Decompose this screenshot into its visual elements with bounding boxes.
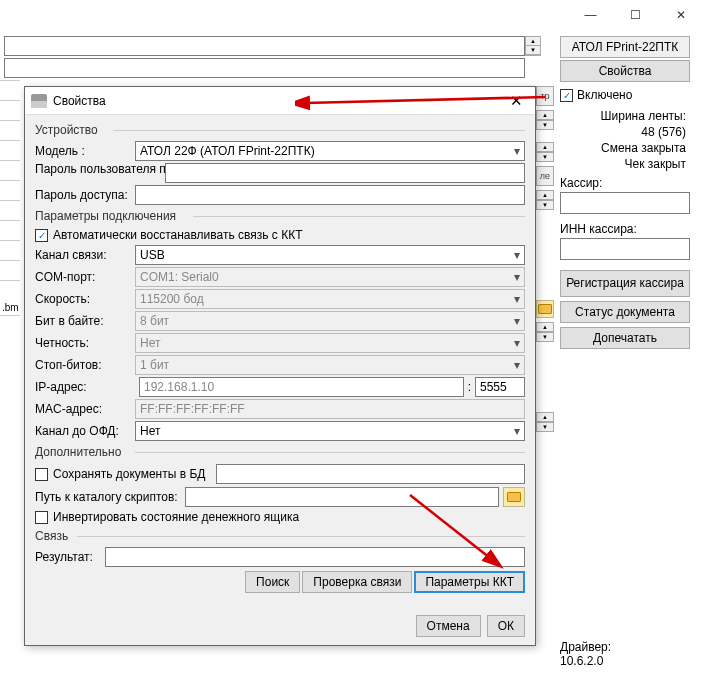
dialog-close-button[interactable]: ✕ — [504, 90, 529, 112]
enabled-label: Включено — [577, 88, 632, 102]
scripts-path-input[interactable] — [185, 487, 499, 507]
check-connection-button[interactable]: Проверка связи — [302, 571, 412, 593]
mac-input: FF:FF:FF:FF:FF:FF — [135, 399, 525, 419]
ofd-channel-select[interactable]: Нет — [135, 421, 525, 441]
cancel-button[interactable]: Отмена — [416, 615, 481, 637]
reprint-button[interactable]: Допечатать — [560, 327, 690, 349]
cashier-input[interactable] — [560, 192, 690, 214]
browse-folder-button[interactable] — [503, 487, 525, 507]
parity-select: Нет — [135, 333, 525, 353]
stopbits-label: Стоп-битов: — [35, 358, 135, 372]
tape-width-label: Ширина ленты: — [560, 108, 690, 124]
device-title: АТОЛ FPrint-22ПТК — [560, 36, 690, 58]
channel-select[interactable]: USB — [135, 245, 525, 265]
connection-group: Параметры подключения — [35, 207, 525, 225]
kkt-params-button[interactable]: Параметры ККТ — [414, 571, 525, 593]
mac-label: MAC-адрес: — [35, 402, 135, 416]
search-button[interactable]: Поиск — [245, 571, 300, 593]
properties-button[interactable]: Свойства — [560, 60, 690, 82]
window-close-button[interactable]: ✕ — [658, 0, 703, 30]
channel-label: Канал связи: — [35, 248, 135, 262]
doc-status-button[interactable]: Статус документа — [560, 301, 690, 323]
result-label: Результат: — [35, 550, 105, 564]
parity-label: Четность: — [35, 336, 135, 350]
printer-icon — [31, 94, 47, 108]
driver-label: Драйвер: — [560, 640, 611, 654]
side-spinner-2[interactable]: ▲▼ — [536, 142, 554, 162]
invert-drawer-checkbox[interactable] — [35, 511, 48, 524]
model-select[interactable]: АТОЛ 22Ф (АТОЛ FPrint-22ПТК) — [135, 141, 525, 161]
window-minimize-button[interactable]: — — [568, 0, 613, 30]
check-status: Чек закрыт — [560, 156, 690, 172]
window-maximize-button[interactable]: ☐ — [613, 0, 658, 30]
top-input-2[interactable] — [4, 58, 525, 78]
speed-label: Скорость: — [35, 292, 135, 306]
result-input — [105, 547, 525, 567]
dialog-title: Свойства — [53, 94, 106, 108]
side-le: ле — [536, 166, 554, 186]
port-input[interactable]: 5555 — [475, 377, 525, 397]
user-password-label: Пароль пользователя по умолчанию: — [35, 163, 165, 176]
side-tr: тр — [536, 86, 554, 106]
speed-select: 115200 бод — [135, 289, 525, 309]
cashier-label: Кассир: — [560, 172, 690, 192]
driver-version: 10.6.2.0 — [560, 654, 611, 668]
scripts-path-label: Путь к каталогу скриптов: — [35, 490, 185, 504]
ofd-channel-label: Канал до ОФД: — [35, 424, 135, 438]
side-spinner-4[interactable]: ▲▼ — [536, 322, 554, 342]
user-password-input[interactable] — [165, 163, 525, 183]
properties-dialog: Свойства ✕ Устройство Модель : АТОЛ 22Ф … — [24, 86, 536, 646]
top-spinner[interactable]: ▲▼ — [525, 36, 541, 56]
bit-select: 8 бит — [135, 311, 525, 331]
side-folder-icon[interactable] — [536, 300, 554, 318]
ip-input[interactable]: 192.168.1.10 — [139, 377, 464, 397]
top-input-1[interactable] — [4, 36, 525, 56]
save-db-path-input[interactable] — [216, 464, 525, 484]
inn-label: ИНН кассира: — [560, 218, 690, 238]
stopbits-select: 1 бит — [135, 355, 525, 375]
access-password-input[interactable] — [135, 185, 525, 205]
additional-group: Дополнительно — [35, 443, 525, 461]
access-password-label: Пароль доступа: — [35, 188, 135, 202]
folder-icon — [507, 492, 521, 502]
auto-reconnect-label: Автоматически восстанавливать связь с КК… — [53, 228, 302, 242]
inn-input[interactable] — [560, 238, 690, 260]
device-group: Устройство — [35, 121, 525, 139]
bit-label: Бит в байте: — [35, 314, 135, 328]
side-spinner-3[interactable]: ▲▼ — [536, 190, 554, 210]
save-db-checkbox[interactable] — [35, 468, 48, 481]
bm-label: .bm — [0, 300, 20, 315]
link-group: Связь — [35, 527, 525, 545]
com-port-label: COM-порт: — [35, 270, 135, 284]
invert-drawer-label: Инвертировать состояние денежного ящика — [53, 510, 299, 524]
register-cashier-button[interactable]: Регистрация кассира — [560, 270, 690, 297]
side-spinner-5[interactable]: ▲▼ — [536, 412, 554, 432]
shift-status: Смена закрыта — [560, 140, 690, 156]
side-spinner-1[interactable]: ▲▼ — [536, 110, 554, 130]
enabled-checkbox[interactable]: ✓ — [560, 89, 573, 102]
com-port-select: COM1: Serial0 — [135, 267, 525, 287]
ip-label: IP-адрес: — [35, 380, 135, 394]
ok-button[interactable]: ОК — [487, 615, 525, 637]
save-db-label: Сохранять документы в БД — [53, 467, 205, 481]
tape-width-value: 48 (576) — [560, 124, 690, 140]
model-label: Модель : — [35, 144, 135, 158]
auto-reconnect-checkbox[interactable]: ✓ — [35, 229, 48, 242]
